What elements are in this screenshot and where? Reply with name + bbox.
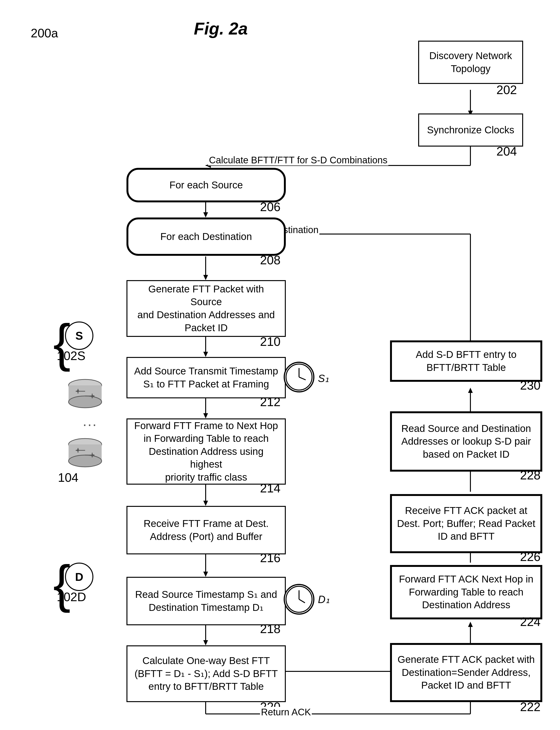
discovery-box: Discovery Network Topology [418, 41, 523, 84]
recv-frame-ref: 216 [260, 551, 281, 565]
router-1 [66, 378, 104, 411]
for-dest-ref: 208 [260, 253, 281, 267]
add-entry-label: Add S-D BFTT entry to BFTT/BRTT Table [416, 348, 517, 374]
read-sd-label: Read Source and Destination Addresses or… [401, 422, 531, 461]
clock-s1 [284, 362, 314, 392]
svg-marker-14 [203, 501, 208, 506]
gen-ack-box: Generate FTT ACK packet with Destination… [390, 643, 542, 702]
svg-line-39 [299, 377, 306, 380]
sync-box: Synchronize Clocks [418, 113, 523, 147]
svg-marker-16 [203, 572, 208, 577]
for-source-ref: 206 [260, 200, 281, 214]
for-dest-label: For each Destination [160, 230, 252, 243]
read-sd-ref: 228 [520, 468, 541, 482]
s1-label: S₁ [318, 372, 329, 384]
add-entry-box: Add S-D BFTT entry to BFTT/BRTT Table [390, 340, 542, 382]
recv-ack-box: Receive FTT ACK packet at Dest. Port; Bu… [390, 494, 542, 553]
svg-point-56 [69, 455, 102, 467]
for-source-label: For each Source [169, 179, 243, 192]
recv-ack-label: Receive FTT ACK packet at Dest. Port; Bu… [397, 504, 535, 543]
svg-marker-23 [468, 622, 473, 627]
gen-ftt-ref: 210 [260, 335, 281, 349]
dots: ··· [83, 416, 97, 432]
fwd-frame-label: Forward FTT Frame to Next Hop in Forward… [132, 419, 281, 484]
svg-marker-6 [203, 212, 208, 217]
calc-bftt-box: Calculate One-way Best FTT (BFTT = D₁ - … [126, 645, 286, 702]
add-ts-label: Add Source Transmit Timestamp S₁ to FTT … [134, 365, 278, 391]
svg-point-45 [69, 396, 102, 408]
recv-frame-box: Receive FTT Frame at Dest. Address (Port… [126, 506, 286, 554]
sync-label: Synchronize Clocks [427, 124, 514, 137]
return-ack-label: Return ACK [260, 707, 312, 717]
sync-ref: 204 [496, 144, 517, 158]
fwd-ack-box: Forward FTT ACK Next Hop in Forwarding T… [390, 565, 542, 619]
svg-marker-12 [203, 413, 208, 418]
clock-d1 [284, 584, 314, 615]
svg-marker-8 [203, 275, 208, 280]
svg-marker-29 [468, 388, 473, 393]
fwd-frame-box: Forward FTT Frame to Next Hop in Forward… [126, 418, 286, 485]
read-ts-ref: 218 [260, 622, 281, 636]
svg-marker-10 [203, 352, 208, 357]
discovery-ref: 202 [496, 83, 517, 97]
add-ts-box: Add Source Transmit Timestamp S₁ to FTT … [126, 357, 286, 398]
for-source-box: For each Source [126, 168, 286, 202]
read-ts-label: Read Source Timestamp S₁ and Destination… [135, 588, 277, 614]
read-sd-box: Read Source and Destination Addresses or… [390, 411, 542, 472]
for-dest-box: For each Destination [126, 217, 286, 256]
d-node-label: D [75, 570, 83, 583]
read-ts-box: Read Source Timestamp S₁ and Destination… [126, 577, 286, 625]
fwd-ack-ref: 224 [520, 615, 541, 629]
fwd-ack-label: Forward FTT ACK Next Hop in Forwarding T… [399, 573, 534, 612]
recv-frame-label: Receive FTT Frame at Dest. Address (Port… [143, 517, 269, 543]
d1-label: D₁ [318, 593, 330, 605]
gen-ack-label: Generate FTT ACK packet with Destination… [398, 653, 535, 692]
add-entry-ref: 230 [520, 378, 541, 392]
d-brace: { [53, 558, 70, 610]
add-ts-ref: 212 [260, 395, 281, 409]
s-node-label: S [75, 329, 83, 342]
net-ref: 104 [58, 470, 78, 485]
svg-line-42 [299, 599, 305, 603]
fig-ref: 200a [31, 26, 58, 40]
gen-ftt-box: Generate FTT Packet with Source and Dest… [126, 280, 286, 337]
calc-bftt-label: Calculate One-way Best FTT (BFTT = D₁ - … [135, 654, 278, 693]
recv-ack-ref: 226 [520, 550, 541, 564]
router-2 [66, 437, 104, 470]
s-brace: { [53, 317, 70, 369]
page: Fig. 2a 200a Discovery Network Topology … [0, 0, 560, 730]
fwd-frame-ref: 214 [260, 481, 281, 495]
gen-ftt-label: Generate FTT Packet with Source and Dest… [132, 283, 281, 334]
discovery-label: Discovery Network Topology [429, 49, 512, 75]
gen-ack-ref: 222 [520, 700, 541, 714]
figure-label: Fig. 2a [194, 19, 248, 38]
calc-label: Calculate BFTT/FTT for S-D Combinations [208, 155, 388, 165]
svg-marker-18 [203, 640, 208, 645]
